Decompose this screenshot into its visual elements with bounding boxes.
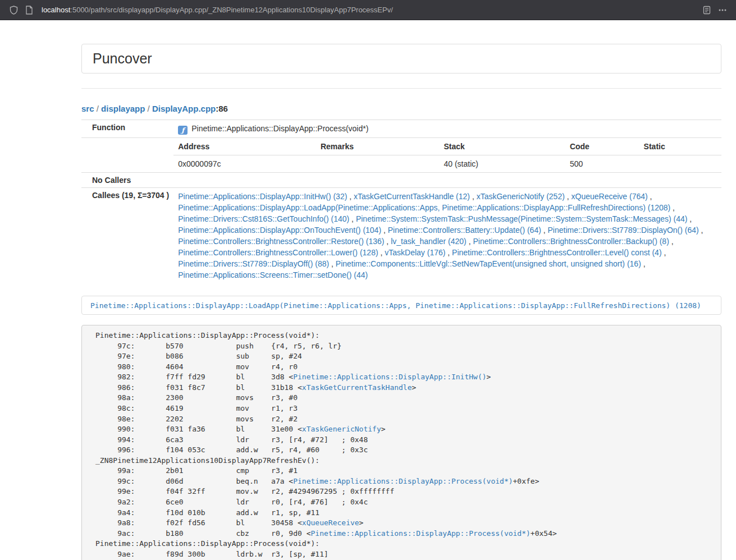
meatball-menu-glyph [718,6,727,15]
metrics-table-cell: Address Remarks Stack Code Static 0x0000… [173,138,721,173]
address-cell: 0x0000097c [173,155,316,173]
url-host: localhost [42,6,70,14]
callee-separator: , [699,226,703,235]
callee-link[interactable]: Pinetime::System::SystemTask::PushMessag… [356,214,688,223]
code-symbol-link[interactable]: xTaskGetCurrentTaskHandle [302,383,412,392]
breadcrumb: src / displayapp / DisplayApp.cpp:86 [81,103,721,114]
code-symbol-link[interactable]: Pinetime::Applications::DisplayApp::Init… [293,373,486,381]
callee-separator: , [381,226,388,235]
metrics-header-row: Address Remarks Stack Code Static [173,138,721,155]
code-cell: 500 [565,155,639,173]
reader-view-icon[interactable] [699,2,715,18]
callee-link[interactable]: Pinetime::Drivers::St7789::DisplayOff() … [178,259,329,268]
callee-separator: , [669,237,674,246]
column-header-code: Code [565,138,639,155]
callee-separator: , [329,259,336,268]
code-symbol-link[interactable]: Pinetime::Applications::DisplayApp::Proc… [293,477,513,485]
column-header-stack: Stack [439,138,565,155]
page-title: Puncover [93,52,710,66]
metrics-table: Address Remarks Stack Code Static 0x0000… [173,138,721,172]
callee-link[interactable]: Pinetime::Components::LittleVgl::SetNewT… [336,259,641,268]
callee-separator: , [662,248,666,257]
callee-link[interactable]: Pinetime::Applications::DisplayApp::OnTo… [178,226,381,235]
shield-glyph [10,6,18,15]
column-header-static: Static [639,138,721,155]
callee-link[interactable]: xQueueReceive (764) [572,192,648,201]
callee-separator: , [470,192,477,201]
page-info-icon[interactable] [21,2,37,18]
breadcrumb-link[interactable]: DisplayApp.cpp [152,104,216,113]
callee-separator: , [378,248,385,257]
no-callers-label: No Callers [81,173,173,188]
function-name-cell: ƒPinetime::Applications::DisplayApp::Pro… [173,120,721,138]
function-type-icon: ƒ [178,126,188,135]
breadcrumb-separator: / [94,104,102,113]
breadcrumb-line-number: :86 [216,104,228,113]
url-bar[interactable]: localhost:5000/path/src/displayapp/Displ… [42,6,699,14]
no-callers-row: No Callers [81,173,721,188]
callee-separator: , [349,214,356,223]
app-header-box: Puncover [81,44,721,74]
remarks-cell [316,155,440,173]
callee-separator: , [541,226,548,235]
callee-separator: , [347,192,354,201]
empty-cell [81,138,173,173]
callee-separator: , [670,203,675,212]
header-divider [81,88,721,89]
tracking-protection-shield-icon[interactable] [6,2,21,18]
callee-link[interactable]: Pinetime::Applications::DisplayApp::Init… [178,192,347,201]
column-header-address: Address [173,138,316,155]
callee-link[interactable]: Pinetime::Controllers::BrightnessControl… [178,237,384,246]
metrics-row-wrapper: Address Remarks Stack Code Static 0x0000… [81,138,721,173]
code-symbol-link[interactable]: xQueueReceive [302,518,359,527]
callee-link[interactable]: lv_task_handler (420) [391,237,467,246]
selected-symbol-panel: Pinetime::Applications::DisplayApp::Load… [81,296,721,315]
callee-separator: , [445,248,452,257]
callee-link[interactable]: Pinetime::Drivers::Cst816S::GetTouchInfo… [178,214,349,223]
callee-link[interactable]: Pinetime::Applications::DisplayApp::Load… [178,203,670,212]
callee-link[interactable]: Pinetime::Drivers::St7789::DisplayOn() (… [548,226,699,235]
url-path: :5000/path/src/displayapp/DisplayApp.cpp… [70,6,393,14]
callees-label: Callees (19, Σ=3704 ) [81,188,173,284]
function-row: Function ƒPinetime::Applications::Displa… [81,120,721,138]
callee-link[interactable]: Pinetime::Controllers::BrightnessControl… [178,248,378,257]
callee-separator: , [648,192,652,201]
callee-link[interactable]: xTaskGetCurrentTaskHandle (12) [354,192,470,201]
code-symbol-link[interactable]: Pinetime::Applications::DisplayApp::Proc… [311,529,531,538]
browser-toolbar: localhost:5000/path/src/displayapp/Displ… [0,0,736,20]
static-cell [639,155,721,173]
reader-glyph [703,6,711,15]
callee-separator: , [384,237,391,246]
page-actions-menu-icon[interactable] [715,2,730,18]
callee-separator: , [687,214,692,223]
breadcrumb-separator: / [145,104,152,113]
callee-separator: , [565,192,572,201]
breadcrumb-link[interactable]: displayapp [101,104,145,113]
metrics-row: 0x0000097c 40 (static) 500 [173,155,721,173]
function-table: Function ƒPinetime::Applications::Displa… [81,120,721,283]
column-header-remarks: Remarks [316,138,440,155]
page-container: Puncover src / displayapp / DisplayApp.c… [81,44,721,560]
callee-link[interactable]: xTaskGenericNotify (252) [477,192,565,201]
callee-link[interactable]: Pinetime::Controllers::BrightnessControl… [452,248,661,257]
callee-link[interactable]: Pinetime::Applications::Screens::Timer::… [178,270,368,279]
callee-link[interactable]: Pinetime::Controllers::BrightnessControl… [473,237,669,246]
code-symbol-link[interactable]: xTaskGenericNotify [302,425,381,433]
callees-row: Callees (19, Σ=3704 ) Pinetime::Applicat… [81,188,721,284]
callee-separator: , [641,259,646,268]
no-callers-cell [173,173,721,188]
function-label: Function [81,120,173,138]
callee-link[interactable]: vTaskDelay (176) [385,248,445,257]
disassembly-code-block: Pinetime::Applications::DisplayApp::Proc… [81,325,721,560]
document-glyph [25,6,33,15]
function-name: Pinetime::Applications::DisplayApp::Proc… [191,124,368,133]
callee-link[interactable]: Pinetime::Controllers::Battery::Update()… [388,226,541,235]
callees-cell: Pinetime::Applications::DisplayApp::Init… [173,188,721,284]
callee-separator: , [467,237,473,246]
selected-symbol-link[interactable]: Pinetime::Applications::DisplayApp::Load… [90,301,701,310]
stack-cell: 40 (static) [439,155,565,173]
breadcrumb-link[interactable]: src [81,104,94,113]
